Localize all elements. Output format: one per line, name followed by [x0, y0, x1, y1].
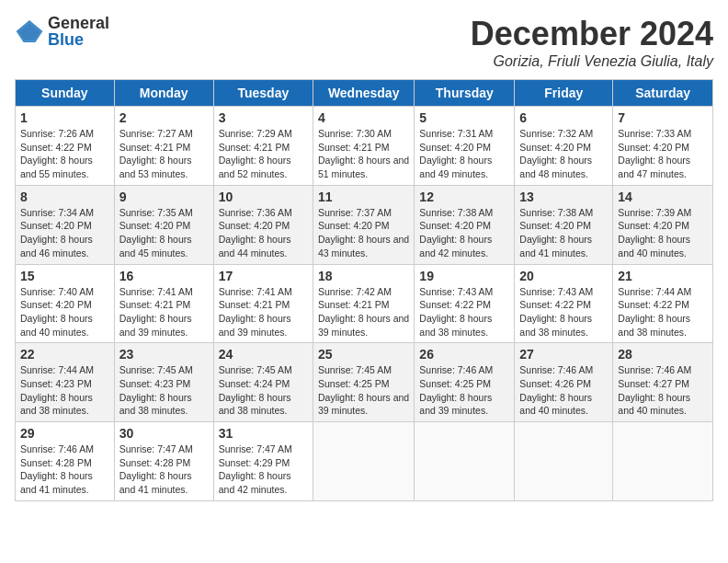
day-info: Sunrise: 7:31 AMSunset: 4:20 PMDaylight:… — [419, 127, 509, 181]
day-number: 28 — [618, 347, 708, 362]
logo-blue-text: Blue — [48, 31, 109, 48]
day-info: Sunrise: 7:33 AMSunset: 4:20 PMDaylight:… — [618, 127, 708, 181]
calendar-cell: 11Sunrise: 7:37 AMSunset: 4:20 PMDayligh… — [313, 185, 414, 264]
calendar-cell — [313, 422, 414, 501]
calendar-cell: 19Sunrise: 7:43 AMSunset: 4:22 PMDayligh… — [415, 264, 515, 343]
day-number: 26 — [419, 347, 509, 362]
day-info: Sunrise: 7:41 AMSunset: 4:21 PMDaylight:… — [219, 285, 308, 339]
day-info: Sunrise: 7:44 AMSunset: 4:23 PMDaylight:… — [20, 363, 109, 418]
weekday-header-tuesday: Tuesday — [213, 80, 313, 107]
calendar-cell — [415, 422, 515, 501]
calendar-cell — [515, 422, 613, 501]
weekday-header-saturday: Saturday — [613, 80, 713, 107]
weekday-header-sunday: Sunday — [16, 80, 115, 107]
calendar-cell: 14Sunrise: 7:39 AMSunset: 4:20 PMDayligh… — [613, 185, 713, 264]
calendar-cell: 21Sunrise: 7:44 AMSunset: 4:22 PMDayligh… — [613, 264, 713, 343]
calendar-cell: 25Sunrise: 7:45 AMSunset: 4:25 PMDayligh… — [313, 343, 414, 422]
subtitle: Gorizia, Friuli Venezia Giulia, Italy — [471, 53, 713, 70]
calendar-cell: 29Sunrise: 7:46 AMSunset: 4:28 PMDayligh… — [16, 422, 115, 501]
calendar-cell: 30Sunrise: 7:47 AMSunset: 4:28 PMDayligh… — [114, 422, 213, 501]
day-number: 9 — [119, 190, 209, 204]
day-number: 5 — [419, 110, 509, 125]
day-number: 29 — [20, 426, 109, 441]
day-info: Sunrise: 7:45 AMSunset: 4:25 PMDaylight:… — [318, 363, 409, 418]
day-info: Sunrise: 7:30 AMSunset: 4:21 PMDaylight:… — [318, 127, 409, 181]
logo-general-text: General — [48, 15, 109, 31]
day-number: 27 — [519, 347, 608, 362]
day-info: Sunrise: 7:38 AMSunset: 4:20 PMDaylight:… — [519, 206, 608, 260]
calendar-cell: 26Sunrise: 7:46 AMSunset: 4:25 PMDayligh… — [415, 343, 515, 422]
weekday-header-friday: Friday — [515, 80, 613, 107]
weekday-header-thursday: Thursday — [415, 80, 515, 107]
weekday-header-monday: Monday — [114, 80, 213, 107]
day-info: Sunrise: 7:46 AMSunset: 4:28 PMDaylight:… — [20, 442, 109, 497]
day-info: Sunrise: 7:46 AMSunset: 4:25 PMDaylight:… — [419, 363, 509, 418]
day-info: Sunrise: 7:39 AMSunset: 4:20 PMDaylight:… — [618, 206, 708, 260]
calendar-cell: 22Sunrise: 7:44 AMSunset: 4:23 PMDayligh… — [16, 343, 115, 422]
day-number: 2 — [119, 110, 209, 125]
title-section: December 2024 Gorizia, Friuli Venezia Gi… — [471, 15, 713, 70]
calendar-cell: 27Sunrise: 7:46 AMSunset: 4:26 PMDayligh… — [515, 343, 613, 422]
calendar-body: 1Sunrise: 7:26 AMSunset: 4:22 PMDaylight… — [16, 107, 713, 501]
calendar-cell: 17Sunrise: 7:41 AMSunset: 4:21 PMDayligh… — [213, 264, 313, 343]
calendar-cell: 1Sunrise: 7:26 AMSunset: 4:22 PMDaylight… — [16, 107, 115, 186]
logo: General Blue — [15, 15, 109, 48]
calendar-cell: 12Sunrise: 7:38 AMSunset: 4:20 PMDayligh… — [415, 185, 515, 264]
day-number: 10 — [219, 190, 308, 204]
calendar-cell: 4Sunrise: 7:30 AMSunset: 4:21 PMDaylight… — [313, 107, 414, 186]
logo-icon — [15, 17, 44, 46]
day-number: 18 — [318, 269, 409, 283]
calendar-cell: 24Sunrise: 7:45 AMSunset: 4:24 PMDayligh… — [213, 343, 313, 422]
day-number: 24 — [219, 347, 308, 362]
day-info: Sunrise: 7:45 AMSunset: 4:23 PMDaylight:… — [119, 363, 209, 418]
calendar-cell: 18Sunrise: 7:42 AMSunset: 4:21 PMDayligh… — [313, 264, 414, 343]
week-row-2: 8Sunrise: 7:34 AMSunset: 4:20 PMDaylight… — [16, 185, 713, 264]
day-number: 19 — [419, 269, 509, 283]
week-row-4: 22Sunrise: 7:44 AMSunset: 4:23 PMDayligh… — [16, 343, 713, 422]
header: General Blue December 2024 Gorizia, Friu… — [15, 15, 713, 70]
calendar-cell — [613, 422, 713, 501]
day-number: 11 — [318, 190, 409, 204]
day-number: 17 — [219, 269, 308, 283]
calendar: SundayMondayTuesdayWednesdayThursdayFrid… — [15, 79, 713, 501]
main-title: December 2024 — [471, 15, 713, 53]
calendar-cell: 23Sunrise: 7:45 AMSunset: 4:23 PMDayligh… — [114, 343, 213, 422]
calendar-cell: 15Sunrise: 7:40 AMSunset: 4:20 PMDayligh… — [16, 264, 115, 343]
day-number: 1 — [20, 110, 109, 125]
calendar-cell: 6Sunrise: 7:32 AMSunset: 4:20 PMDaylight… — [515, 107, 613, 186]
day-info: Sunrise: 7:37 AMSunset: 4:20 PMDaylight:… — [318, 206, 409, 260]
day-number: 12 — [419, 190, 509, 204]
day-number: 16 — [119, 269, 209, 283]
day-info: Sunrise: 7:34 AMSunset: 4:20 PMDaylight:… — [20, 206, 109, 260]
calendar-cell: 3Sunrise: 7:29 AMSunset: 4:21 PMDaylight… — [213, 107, 313, 186]
day-number: 4 — [318, 110, 409, 125]
svg-marker-0 — [17, 20, 43, 42]
day-number: 25 — [318, 347, 409, 362]
day-number: 22 — [20, 347, 109, 362]
day-info: Sunrise: 7:42 AMSunset: 4:21 PMDaylight:… — [318, 285, 409, 339]
day-info: Sunrise: 7:35 AMSunset: 4:20 PMDaylight:… — [119, 206, 209, 260]
day-info: Sunrise: 7:45 AMSunset: 4:24 PMDaylight:… — [219, 363, 308, 418]
day-number: 6 — [519, 110, 608, 125]
day-number: 7 — [618, 110, 708, 125]
day-number: 14 — [618, 190, 708, 204]
day-info: Sunrise: 7:41 AMSunset: 4:21 PMDaylight:… — [119, 285, 209, 339]
weekday-header-wednesday: Wednesday — [313, 80, 414, 107]
calendar-cell: 9Sunrise: 7:35 AMSunset: 4:20 PMDaylight… — [114, 185, 213, 264]
day-number: 15 — [20, 269, 109, 283]
day-info: Sunrise: 7:40 AMSunset: 4:20 PMDaylight:… — [20, 285, 109, 339]
weekday-row: SundayMondayTuesdayWednesdayThursdayFrid… — [16, 80, 713, 107]
calendar-cell: 10Sunrise: 7:36 AMSunset: 4:20 PMDayligh… — [213, 185, 313, 264]
calendar-cell: 16Sunrise: 7:41 AMSunset: 4:21 PMDayligh… — [114, 264, 213, 343]
day-info: Sunrise: 7:46 AMSunset: 4:26 PMDaylight:… — [519, 363, 608, 418]
day-info: Sunrise: 7:43 AMSunset: 4:22 PMDaylight:… — [519, 285, 608, 339]
week-row-3: 15Sunrise: 7:40 AMSunset: 4:20 PMDayligh… — [16, 264, 713, 343]
logo-text: General Blue — [48, 15, 109, 48]
calendar-cell: 20Sunrise: 7:43 AMSunset: 4:22 PMDayligh… — [515, 264, 613, 343]
calendar-cell: 5Sunrise: 7:31 AMSunset: 4:20 PMDaylight… — [415, 107, 515, 186]
day-info: Sunrise: 7:43 AMSunset: 4:22 PMDaylight:… — [419, 285, 509, 339]
day-number: 30 — [119, 426, 209, 441]
week-row-5: 29Sunrise: 7:46 AMSunset: 4:28 PMDayligh… — [16, 422, 713, 501]
calendar-cell: 7Sunrise: 7:33 AMSunset: 4:20 PMDaylight… — [613, 107, 713, 186]
day-info: Sunrise: 7:32 AMSunset: 4:20 PMDaylight:… — [519, 127, 608, 181]
